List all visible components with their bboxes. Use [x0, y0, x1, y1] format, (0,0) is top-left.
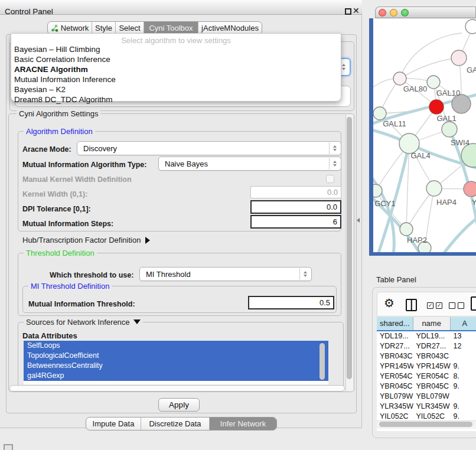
mi-steps-label: Mutual Information Steps: [22, 220, 113, 228]
table-row[interactable]: YLR345W YLR345W 9. [377, 402, 476, 412]
unchecked-checkbox-icon[interactable] [458, 302, 464, 309]
tab-style[interactable]: Style [92, 22, 115, 34]
node[interactable] [465, 19, 476, 34]
tab-discretize-data-label: Discretize Data [149, 419, 201, 428]
mi-algorithm-type-value: Naive Bayes [165, 159, 208, 168]
column-header-shared[interactable]: shared... [377, 317, 413, 330]
menu-item[interactable]: Dream8 DC_TDC Algorithm [14, 95, 113, 104]
node-GAL10[interactable] [427, 76, 440, 89]
node-SWI4[interactable] [442, 122, 457, 137]
node-label: GCY1 [374, 199, 395, 208]
gear-icon[interactable]: ⚙ [384, 297, 395, 309]
split-columns-icon[interactable] [406, 299, 417, 311]
list-item[interactable]: SelfLoops [24, 341, 328, 351]
algorithm-definition-title: Algorithm Definition [24, 127, 95, 136]
cell: YPR145W [413, 361, 451, 371]
control-panel-title: Control Panel [5, 7, 53, 16]
node-GAL80[interactable] [393, 72, 406, 85]
checked-checkbox-icon[interactable]: ✓ [427, 302, 433, 309]
manual-kernel-width-checkbox [326, 175, 334, 183]
column-header-partial[interactable]: A [451, 317, 476, 330]
expander-down-icon [133, 319, 141, 324]
aracne-mode-value: Discovery [83, 144, 117, 153]
tab-infer-network[interactable]: Infer Network [209, 418, 276, 430]
node-GAL1-selected[interactable] [429, 100, 444, 114]
cell [451, 392, 476, 402]
sources-collapse-header[interactable]: Sources for Network Inference [24, 318, 143, 327]
cell [451, 351, 476, 361]
cell: 8. [451, 371, 476, 381]
combo-arrows-icon [299, 268, 311, 280]
combo-arrows-icon [329, 158, 340, 169]
which-threshold-combo[interactable]: MI Threshold [139, 267, 312, 281]
table-row[interactable]: YPR145W YPR145W 9. [377, 361, 476, 371]
tab-jactivemnodules[interactable]: jActiveMNodules [198, 22, 262, 34]
node-GAL11[interactable] [373, 107, 386, 120]
menu-item[interactable]: Bayesian – K2 [14, 85, 66, 94]
table-row[interactable]: YDR27... YDR27... 12 [377, 341, 476, 351]
sources-title: Sources for Network Inference [26, 318, 130, 327]
kernel-width-field: 0.0 [250, 186, 341, 198]
node-table: shared... name A YDL19... YDL19... 13 YD… [377, 317, 476, 431]
float-window-icon[interactable] [345, 8, 351, 15]
collapsed-panel-icon[interactable] [4, 444, 13, 450]
table-panel-title: Table Panel [376, 275, 416, 284]
tab-cyni-toolbox[interactable]: Cyni Toolbox [144, 22, 198, 34]
kernel-width-label: Kernel Width (0,1): [22, 190, 87, 198]
zoom-traffic-light-icon[interactable] [401, 9, 409, 17]
menu-item[interactable]: Bayesian – Hill Climbing [14, 45, 100, 54]
apply-button[interactable]: Apply [158, 398, 200, 412]
checked-checkbox-icon[interactable]: ✓ [436, 302, 442, 309]
node-label: Y [472, 198, 476, 207]
list-item[interactable]: TopologicalCoefficient [24, 351, 328, 361]
screen: Control Panel ✕ Network Style Select Cyn… [0, 0, 476, 450]
table-row[interactable]: YBR045C YBR045C 9. [377, 381, 476, 392]
attributes-scrollbar-thumb[interactable] [319, 343, 325, 380]
dpi-tolerance-field[interactable]: 0.0 [250, 200, 341, 214]
mi-steps-field[interactable]: 6 [250, 215, 341, 229]
node-label: GAL10 [436, 89, 460, 97]
hub-definition-expander[interactable]: Hub/Transcription Factor Definition [22, 236, 150, 244]
close-traffic-light-icon[interactable] [379, 9, 386, 17]
node-GCY1[interactable] [373, 184, 382, 197]
cell: 9. [451, 402, 476, 412]
mi-threshold-field[interactable]: 0.5 [248, 296, 334, 309]
list-item[interactable]: BetweennessCentrality [24, 361, 328, 371]
node-GAL[interactable] [451, 50, 467, 66]
table-row[interactable]: YBL079W YBL079W [377, 392, 476, 402]
network-canvas[interactable]: GAL GAL80 GAL10 GAL1 GAL11 SWI4 GAL4 GCY… [373, 18, 476, 252]
mi-algorithm-type-combo[interactable]: Naive Bayes [158, 156, 341, 171]
tab-network[interactable]: Network [48, 22, 92, 34]
list-item[interactable]: gal4RGexp [24, 371, 328, 381]
cell: YLR345W [377, 402, 413, 412]
tab-select[interactable]: Select [115, 22, 144, 34]
splitter-collapse-icon[interactable] [357, 218, 360, 223]
aracne-mode-label: Aracne Mode: [22, 145, 71, 154]
cell: YDR27... [377, 341, 413, 351]
node-label: SWI4 [451, 138, 470, 147]
tab-discretize-data[interactable]: Discretize Data [141, 418, 209, 430]
attributes-hscrollbar[interactable] [9, 385, 345, 392]
cell: YER054C [413, 371, 451, 381]
menu-item[interactable]: Basic Correlation Inference [14, 55, 110, 64]
aracne-mode-combo[interactable]: Discovery [77, 141, 341, 155]
node-label: GAL11 [383, 119, 406, 128]
menu-item[interactable]: Mutual Information Inference [14, 75, 116, 84]
menu-item-selected[interactable]: ARACNE Algorithm [14, 65, 88, 74]
minimize-traffic-light-icon[interactable] [390, 9, 397, 17]
tab-impute-data[interactable]: Impute Data [86, 418, 141, 430]
node-HAP2[interactable] [400, 223, 413, 236]
node-GAL4[interactable] [399, 133, 419, 154]
table-row[interactable]: YDL19... YDL19... 13 [377, 331, 476, 341]
node-HAP4[interactable] [426, 181, 442, 196]
unchecked-checkbox-icon[interactable] [449, 302, 455, 309]
table-hscrollbar-thumb[interactable] [379, 422, 472, 427]
cell: 12 [451, 341, 476, 351]
table-row[interactable]: YBR043C YBR043C [377, 351, 476, 361]
table-row[interactable]: YER054C YER054C 8. [377, 371, 476, 381]
document-icon[interactable] [471, 296, 476, 311]
node-Y[interactable] [464, 181, 476, 197]
column-header-name[interactable]: name [413, 317, 451, 330]
close-icon[interactable]: ✕ [353, 6, 360, 15]
settings-scrollbar-thumb[interactable] [347, 117, 352, 379]
